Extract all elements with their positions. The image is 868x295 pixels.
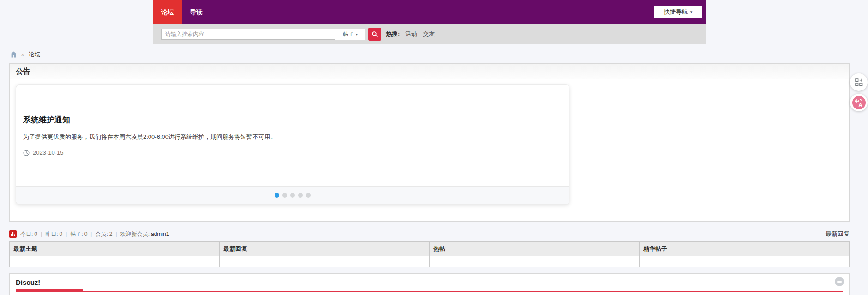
category-underline	[16, 291, 843, 292]
table-header-row: 最新主题 最新回复 热帖 精华帖子	[10, 242, 849, 256]
announcement-text: 为了提供更优质的服务，我们将在本周六凌晨2:00-6:00进行系统维护，期间服务…	[23, 133, 560, 141]
announcement-panel: 公告 系统维护通知 为了提供更优质的服务，我们将在本周六凌晨2:00-6:00进…	[9, 63, 850, 222]
latest-topics-table: 最新主题 最新回复 热帖 精华帖子	[9, 241, 850, 267]
chevron-down-icon: ▾	[356, 32, 358, 36]
hot-link-friends[interactable]: 交友	[423, 30, 435, 38]
search-button[interactable]	[368, 28, 381, 41]
carousel-dot[interactable]	[306, 193, 311, 198]
breadcrumb-separator: »	[21, 51, 24, 58]
stat-value: 0	[34, 231, 37, 237]
quick-nav-label: 快捷导航	[664, 8, 688, 16]
latest-reply-link[interactable]: 最新回复	[826, 230, 850, 238]
translate-icon: 中 A	[852, 96, 866, 109]
search-bar: 帖子 ▾ 热搜: 活动 交友	[153, 24, 706, 44]
breadcrumb-forum[interactable]: 论坛	[29, 50, 41, 59]
category-active-indicator	[16, 289, 83, 292]
stat-label: 今日:	[20, 231, 33, 237]
search-icon	[371, 31, 378, 37]
table-cell-empty	[429, 256, 639, 267]
tab-forum[interactable]: 论坛	[153, 0, 182, 24]
translate-float-button[interactable]: 中 A	[850, 94, 868, 111]
widget-float-button[interactable]	[850, 73, 868, 91]
home-icon[interactable]	[10, 51, 17, 58]
hot-link-activity[interactable]: 活动	[405, 30, 417, 38]
stat-separator: |	[90, 231, 92, 237]
stat-posts: 帖子:0	[70, 230, 87, 238]
stat-members: 会员:2	[95, 230, 112, 238]
stat-label: 昨日:	[45, 231, 58, 237]
tab-latest-replies[interactable]: 最新回复	[219, 242, 429, 256]
minus-glyph	[837, 281, 842, 283]
announcement-date-row: 2023-10-15	[23, 149, 560, 156]
stat-label: 欢迎新会员:	[120, 231, 150, 237]
nav-divider	[216, 8, 216, 16]
quick-nav-button[interactable]: 快捷导航 ▾	[654, 6, 702, 18]
widgets-plus-icon	[855, 78, 863, 86]
stat-separator: |	[66, 231, 67, 237]
carousel-dot[interactable]	[282, 193, 287, 198]
page: 论坛 导读 快捷导航 ▾ 帖子 ▾ 热搜: 活动 交友 » 论坛	[0, 0, 868, 295]
announcement-date: 2023-10-15	[33, 149, 64, 156]
hot-search: 热搜: 活动 交友	[386, 30, 435, 38]
forum-category-title[interactable]: Discuz!	[16, 278, 40, 286]
announcement-title[interactable]: 系统维护通知	[23, 114, 560, 125]
search-type-value: 帖子	[343, 30, 354, 38]
stat-value: 2	[109, 231, 113, 237]
stat-value: 0	[60, 231, 63, 237]
carousel-dot[interactable]	[275, 193, 279, 198]
table-cell-empty	[639, 256, 849, 267]
table-cell-empty	[219, 256, 429, 267]
chevron-down-icon: ▾	[690, 10, 693, 14]
announcement-card: 系统维护通知 为了提供更优质的服务，我们将在本周六凌晨2:00-6:00进行系统…	[16, 84, 569, 205]
breadcrumb: » 论坛	[10, 49, 41, 60]
clock-icon	[23, 150, 30, 156]
carousel-dot[interactable]	[298, 193, 303, 198]
announcement-section-title: 公告	[10, 64, 849, 79]
stat-separator: |	[41, 231, 42, 237]
carousel-dot[interactable]	[290, 193, 295, 198]
stat-yesterday: 昨日:0	[45, 230, 62, 238]
search-type-select[interactable]: 帖子 ▾	[335, 29, 365, 40]
svg-text:A: A	[858, 102, 862, 108]
hot-search-label: 热搜:	[386, 30, 400, 38]
stat-label: 会员:	[95, 231, 108, 237]
tab-guide[interactable]: 导读	[182, 0, 210, 24]
announcement-card-body: 系统维护通知 为了提供更优质的服务，我们将在本周六凌晨2:00-6:00进行系统…	[16, 85, 569, 186]
collapse-icon[interactable]	[835, 277, 844, 286]
stat-value: 0	[84, 231, 88, 237]
table-cell-empty	[10, 256, 219, 267]
forum-category-panel: Discuz!	[9, 273, 850, 295]
stat-newest-member: 欢迎新会员:admin1	[120, 230, 169, 238]
tab-featured-posts[interactable]: 精华帖子	[639, 242, 849, 256]
top-navbar: 论坛 导读 快捷导航 ▾	[153, 0, 706, 24]
forum-stats-bar: 今日:0 | 昨日:0 | 帖子:0 | 会员:2 | 欢迎新会员:admin1…	[9, 227, 850, 241]
search-input[interactable]	[161, 29, 335, 40]
tab-hot-posts[interactable]: 热帖	[429, 242, 639, 256]
stat-label: 帖子:	[70, 231, 83, 237]
stat-separator: |	[116, 231, 117, 237]
stats-chart-icon	[9, 230, 17, 238]
carousel-pagination	[16, 186, 569, 204]
table-row	[10, 256, 849, 267]
newest-member-link[interactable]: admin1	[151, 231, 169, 237]
tab-latest-topics[interactable]: 最新主题	[10, 242, 219, 256]
stat-today: 今日:0	[20, 230, 37, 238]
